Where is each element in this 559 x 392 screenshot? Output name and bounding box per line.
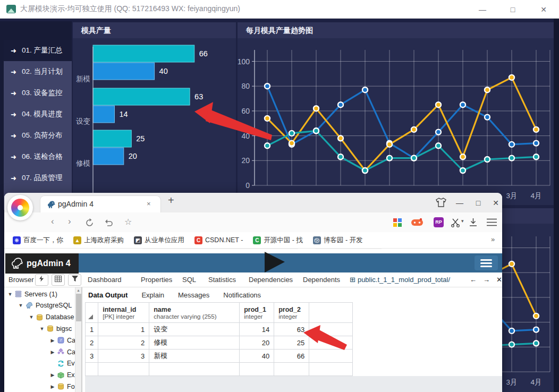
- column-header-name[interactable]: namecharacter varying (255): [149, 303, 240, 323]
- tab-back-icon[interactable]: ←: [470, 272, 477, 287]
- maximize-button[interactable]: □: [504, 3, 522, 16]
- column-header-prod_1[interactable]: prod_1integer: [240, 303, 274, 323]
- pgadmin-tab-statistics[interactable]: Statistics: [208, 272, 236, 287]
- row-number[interactable]: 3: [86, 350, 98, 363]
- row-number[interactable]: [86, 363, 98, 376]
- bookmark-item-5[interactable]: C开源中国 - 找: [253, 236, 303, 245]
- reload-icon[interactable]: [85, 218, 94, 227]
- pgadmin-tab-dashboard[interactable]: Dashboard: [88, 272, 122, 287]
- chevron-down-icon[interactable]: ▼: [17, 303, 24, 308]
- cell-name[interactable]: [149, 363, 240, 376]
- view-data-button[interactable]: [52, 274, 65, 286]
- bookmarks-overflow-icon[interactable]: »: [491, 235, 495, 243]
- pgadmin-menu-icon[interactable]: [475, 255, 498, 270]
- pgadmin-tab-sql[interactable]: SQL: [182, 272, 196, 287]
- row-number[interactable]: 2: [86, 336, 98, 350]
- pgadmin-tab-properties[interactable]: Properties: [141, 272, 172, 287]
- chevron-down-icon[interactable]: ▼: [28, 314, 35, 320]
- downloads-icon[interactable]: [469, 218, 478, 227]
- cell-prod_1[interactable]: 14: [240, 323, 274, 336]
- cell-internal_id[interactable]: [98, 363, 149, 376]
- cell-internal_id[interactable]: 2: [98, 336, 149, 350]
- screenshot-scissors-icon[interactable]: [451, 218, 460, 227]
- result-tab-messages[interactable]: Messages: [178, 291, 209, 299]
- sidebar-item-3[interactable]: ➜03. 设备监控: [4, 82, 72, 104]
- cell-internal_id[interactable]: 1: [98, 323, 149, 336]
- tree-node-9[interactable]: ▶Fo: [49, 381, 75, 392]
- tree-node-1[interactable]: ▼Servers (1): [6, 288, 57, 300]
- sidebar-item-5[interactable]: ➜05. 负荷分布: [4, 125, 72, 146]
- forward-icon[interactable]: ›: [68, 216, 71, 227]
- grid-row-2[interactable]: 22修模2025: [86, 336, 353, 350]
- tree-node-3[interactable]: ▼Database: [28, 312, 74, 323]
- browser-maximize-button[interactable]: □: [470, 197, 486, 209]
- result-tab-notifications[interactable]: Notifications: [223, 291, 261, 299]
- browser-close-button[interactable]: ✕: [488, 197, 502, 209]
- sidebar-item-1[interactable]: ➜01. 产量汇总: [4, 40, 72, 61]
- tree-node-2[interactable]: ▼PostgreSQL: [17, 300, 72, 311]
- tree-scrollbar-thumb[interactable]: [76, 294, 81, 321]
- cell-name[interactable]: 设变: [149, 323, 240, 336]
- chevron-right-icon[interactable]: ▶: [49, 372, 56, 378]
- tab-forward-icon[interactable]: →: [483, 272, 490, 287]
- tree-node-6[interactable]: ▶Ca: [49, 346, 75, 357]
- rp-extension-icon[interactable]: RP: [434, 217, 444, 227]
- tree-node-7[interactable]: Ev: [49, 358, 75, 369]
- chevron-right-icon[interactable]: ▶: [49, 384, 56, 389]
- row-number[interactable]: 1: [86, 323, 98, 336]
- new-tab-button[interactable]: +: [168, 194, 174, 207]
- browser-menu-icon[interactable]: [487, 218, 497, 226]
- tree-node-4[interactable]: ▼bigsc: [38, 323, 72, 334]
- cell-prod_2[interactable]: [274, 363, 309, 376]
- apps-grid-icon[interactable]: [393, 218, 402, 227]
- cell-prod_2[interactable]: 25: [274, 336, 309, 350]
- tree-node-8[interactable]: ▶Ex: [49, 370, 75, 381]
- grid-row-1[interactable]: 11设变1463: [86, 323, 353, 336]
- cell-prod_1[interactable]: [240, 363, 274, 376]
- grid-row-3[interactable]: 33新模4066: [86, 350, 353, 363]
- cell-name[interactable]: 新模: [149, 350, 240, 363]
- result-tab-data-output[interactable]: Data Output: [88, 291, 128, 299]
- grid-corner-cell[interactable]: [86, 303, 98, 323]
- chevron-down-icon[interactable]: ▼: [6, 292, 14, 297]
- favorite-star-icon[interactable]: ☆: [124, 217, 132, 227]
- column-header-prod_2[interactable]: prod_2integer: [274, 303, 309, 323]
- bookmark-item-2[interactable]: ▲上海政府采购: [73, 236, 124, 245]
- tab-close-icon[interactable]: ×: [147, 200, 151, 208]
- bookmark-item-3[interactable]: ◩从业单位应用: [134, 236, 184, 245]
- quick-query-button[interactable]: [35, 274, 48, 286]
- back-icon[interactable]: ‹: [51, 216, 54, 227]
- chevron-right-icon[interactable]: ▶: [49, 350, 56, 355]
- sidebar-item-2[interactable]: ➜02. 当月计划: [4, 61, 72, 82]
- minimize-button[interactable]: —: [473, 3, 492, 16]
- browser-logo[interactable]: [7, 195, 33, 220]
- browser-tab[interactable]: pgAdmin 4 ×: [40, 195, 161, 212]
- tab-close-icon[interactable]: ✕: [496, 272, 502, 287]
- chevron-right-icon[interactable]: ▶: [49, 338, 56, 343]
- browser-minimize-button[interactable]: —: [452, 197, 468, 209]
- sidebar-item-6[interactable]: ➜06. 送检合格: [4, 146, 72, 167]
- bookmark-item-4[interactable]: CCSDN.NET -: [194, 236, 243, 244]
- shirt-icon[interactable]: [436, 198, 446, 207]
- tree-node-5[interactable]: ▶fCa: [49, 335, 75, 346]
- bookmark-item-1[interactable]: ❋百度一下，你: [13, 236, 63, 245]
- cell-prod_2[interactable]: 63: [274, 323, 309, 336]
- games-icon[interactable]: [411, 218, 423, 227]
- result-tab-explain[interactable]: Explain: [141, 291, 164, 299]
- filter-button[interactable]: [68, 274, 81, 286]
- cell-prod_1[interactable]: 40: [240, 350, 274, 363]
- scroll-up-icon[interactable]: ▲: [77, 288, 80, 292]
- pgadmin-tab-table-data[interactable]: ⊞public.t_1_1_mold_prod_total/: [350, 272, 468, 289]
- tree-scrollbar[interactable]: ▲: [75, 287, 81, 392]
- cell-name[interactable]: 修模: [149, 336, 240, 350]
- sidebar-item-7[interactable]: ➜07. 品质管理: [4, 167, 72, 189]
- bookmark-item-6[interactable]: ㋡博客园 - 开发: [313, 236, 363, 245]
- chevron-down-icon[interactable]: ▼: [38, 326, 46, 331]
- grid-row-4[interactable]: [86, 363, 353, 376]
- undo-icon[interactable]: [104, 218, 114, 227]
- column-header-internal_id[interactable]: internal_id[PK] integer: [98, 303, 149, 323]
- cell-prod_1[interactable]: 20: [240, 336, 274, 350]
- column-header-empty[interactable]: [309, 303, 353, 323]
- scissors-dropdown-icon[interactable]: ▾: [461, 218, 464, 224]
- pgadmin-tab-dependents[interactable]: Dependents: [303, 272, 340, 287]
